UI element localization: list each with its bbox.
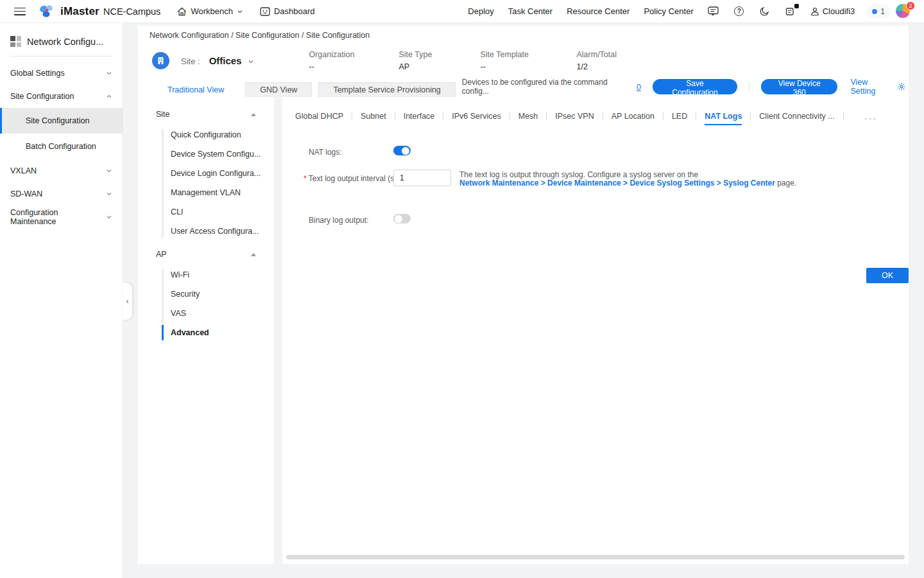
view-setting-label: View Setting [850, 78, 894, 96]
horizontal-scrollbar[interactable] [286, 555, 905, 559]
more-tabs-button[interactable]: ... [864, 111, 878, 126]
hint-line2: Network Maintenance > Device Maintenance… [459, 179, 796, 188]
binary-log-toggle[interactable] [393, 214, 411, 223]
chevron-down-icon [237, 8, 243, 15]
nav-task-center[interactable]: Task Center [508, 6, 552, 16]
tab-interface[interactable]: Interface [404, 112, 435, 125]
tree-item-label: VAS [171, 309, 186, 318]
tree-item-management-vlan[interactable]: Management VLAN [138, 183, 274, 202]
syslog-center-link[interactable]: Network Maintenance > Device Maintenance… [459, 179, 775, 188]
top-bar: iMaster NCE-Campus Workbench Dashboard D… [0, 0, 924, 23]
field-value: AP [398, 62, 470, 71]
scrollbar-thumb[interactable] [286, 555, 905, 559]
sidebar-item-sdwan[interactable]: SD-WAN [0, 182, 123, 206]
sidebar-item-site-configuration-group[interactable]: Site Configuration [0, 85, 123, 108]
help-icon[interactable]: ? [733, 6, 745, 17]
devices-count-link[interactable]: 0 [637, 82, 641, 92]
nav-policy-center[interactable]: Policy Center [644, 6, 693, 16]
tree-item-advanced[interactable]: Advanced [138, 323, 274, 342]
tree-item-wifi[interactable]: Wi-Fi [138, 265, 274, 285]
tab-gnd-view[interactable]: GND View [245, 82, 312, 97]
tree-item-label: Device Login Configura... [171, 169, 261, 178]
tree-item-vas[interactable]: VAS [138, 304, 274, 323]
sidebar-collapse-handle[interactable]: ‹ [123, 283, 132, 320]
tab-traditional-view[interactable]: Traditional View [153, 82, 239, 97]
dashboard-menu[interactable]: Dashboard [260, 6, 315, 16]
collapse-triangle-icon [251, 253, 256, 256]
tree-item-cli[interactable]: CLI [138, 202, 274, 222]
tab-client-connectivity[interactable]: Client Connectivity ... [759, 112, 834, 125]
tree-group-ap[interactable]: AP [138, 245, 274, 264]
tab-ipv6-services[interactable]: IPv6 Services [452, 112, 501, 125]
notification-badge: 2 [906, 1, 915, 10]
tab-mesh[interactable]: Mesh [518, 112, 538, 125]
tab-subnet[interactable]: Subnet [361, 112, 386, 125]
tab-label: Traditional View [167, 85, 224, 94]
notifications-wheel-icon[interactable]: 2 [896, 4, 911, 19]
interval-input[interactable] [393, 170, 451, 186]
dashboard-icon [260, 7, 270, 16]
hint-suffix: page. [775, 179, 796, 188]
chevron-down-icon [106, 214, 112, 220]
package-updates-icon[interactable] [785, 6, 796, 17]
home-icon [177, 7, 187, 16]
hamburger-menu-icon[interactable] [14, 8, 26, 15]
tree-group-site-items: Quick Configuration Device System Config… [138, 125, 274, 241]
tree-item-security[interactable]: Security [138, 285, 274, 304]
dark-mode-moon-icon[interactable] [759, 6, 771, 17]
tree-item-device-login-configuration[interactable]: Device Login Configura... [138, 164, 274, 183]
view-device-360-button[interactable]: View Device 360 [761, 79, 837, 94]
field-site-type: Site Type AP [398, 50, 470, 71]
sidebar-item-batch-configuration[interactable]: Batch Configuration [0, 134, 123, 159]
save-configuration-button[interactable]: Save Configuration [653, 79, 737, 94]
nav-deploy[interactable]: Deploy [468, 6, 493, 16]
tab-template-service-provisioning[interactable]: Template Service Provisioning [318, 82, 455, 97]
field-value: -- [480, 62, 567, 71]
imaster-logo-icon [38, 3, 55, 20]
alarm-indicator-pill[interactable]: 1 [866, 4, 891, 19]
site-meta-fields: Organization -- Site Type AP Site Templa… [309, 49, 656, 71]
chevron-down-icon [106, 191, 112, 197]
tree-item-label: Management VLAN [171, 188, 241, 197]
sidebar-item-label: Configuration Maintenance [10, 208, 106, 226]
nav-resource-center[interactable]: Resource Center [567, 6, 629, 16]
chevron-down-icon [106, 168, 112, 174]
tab-ipsec-vpn[interactable]: IPsec VPN [555, 112, 594, 125]
view-setting-link[interactable]: View Setting [850, 78, 906, 96]
divider [749, 82, 749, 92]
sidebar-item-global-settings[interactable]: Global Settings [0, 62, 123, 85]
main-content-panel: Global DHCP Subnet Interface IPv6 Servic… [282, 97, 909, 564]
sidebar-title-label: Network Configu... [27, 37, 103, 47]
tab-global-dhcp[interactable]: Global DHCP [295, 112, 343, 125]
tree-item-label: Quick Configuration [171, 130, 241, 139]
workbench-menu[interactable]: Workbench [177, 6, 243, 16]
sidebar-item-label: Site Configuration [26, 116, 89, 125]
sidebar-item-configuration-maintenance[interactable]: Configuration Maintenance [0, 206, 123, 229]
field-label: Site Type [398, 50, 470, 59]
tree-item-quick-configuration[interactable]: Quick Configuration [138, 125, 274, 144]
feedback-chat-icon[interactable] [708, 6, 719, 17]
tree-group-site[interactable]: Site [138, 105, 274, 124]
tree-item-label: CLI [171, 207, 183, 216]
nat-logs-label: NAT logs: [309, 148, 342, 157]
chevron-down-icon[interactable] [248, 58, 254, 65]
tab-led[interactable]: LED [672, 112, 687, 125]
chevron-up-icon [106, 93, 112, 100]
tab-nat-logs[interactable]: NAT Logs [705, 112, 742, 125]
field-value: -- [309, 62, 389, 71]
ok-button[interactable]: OK [866, 268, 909, 283]
sidebar-item-site-configuration[interactable]: Site Configuration [0, 108, 123, 134]
site-name-selector[interactable]: Offices [209, 55, 242, 66]
nat-logs-toggle[interactable] [393, 146, 411, 155]
tab-label: GND View [260, 85, 297, 94]
app-grid-icon [10, 36, 21, 47]
sidebar-divider [10, 56, 112, 57]
tree-item-user-access-configuration[interactable]: User Access Configura... [138, 222, 274, 241]
header-actions: Devices to be configured via the command… [462, 78, 909, 97]
sidebar-item-label: Batch Configuration [26, 142, 96, 151]
user-menu[interactable]: Cloudifi3 [810, 6, 855, 16]
sidebar-item-vxlan[interactable]: VXLAN [0, 159, 123, 182]
tree-item-device-system-configuration[interactable]: Device System Configu... [138, 144, 274, 164]
dashboard-label: Dashboard [274, 6, 315, 16]
tab-ap-location[interactable]: AP Location [612, 112, 654, 125]
